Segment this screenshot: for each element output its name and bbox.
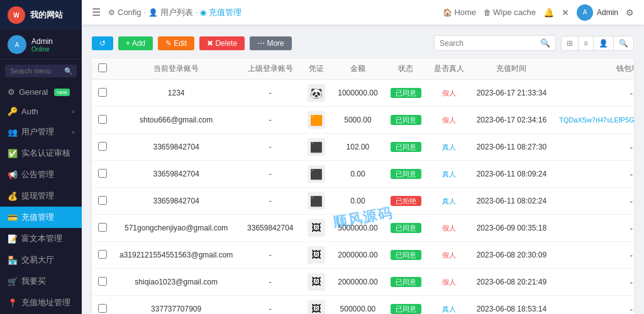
site-name: 我的网站 bbox=[30, 9, 63, 21]
sidebar-item-5[interactable]: 💰提现管理 bbox=[0, 185, 82, 207]
admin-avatar: A bbox=[577, 4, 593, 21]
view-list-btn[interactable]: ≡ bbox=[579, 36, 594, 50]
voucher-icon-6[interactable]: 🖼 bbox=[308, 246, 325, 264]
cell-amount-1: 5000.00 bbox=[331, 107, 384, 134]
is-real-badge-2: 真人 bbox=[442, 143, 456, 151]
cell-parent-0: - bbox=[239, 80, 301, 107]
cell-amount-7: 2000000.00 bbox=[331, 269, 384, 296]
is-real-badge-6: 假人 bbox=[442, 251, 456, 259]
sidebar-item-label-3: 实名认证审核 bbox=[21, 148, 70, 159]
cell-amount-5: 5000000.00 bbox=[331, 215, 384, 242]
sidebar-item-8[interactable]: 🏪交易大厅 bbox=[0, 249, 82, 271]
sidebar-item-label-4: 公告管理 bbox=[21, 169, 54, 180]
voucher-icon-3[interactable]: ⬛ bbox=[308, 165, 325, 183]
sidebar-item-1[interactable]: 🔑Auth› bbox=[0, 102, 82, 121]
sidebar-item-icon-5: 💰 bbox=[8, 192, 18, 201]
sidebar-item-0[interactable]: ⚙Generalnew bbox=[0, 82, 82, 102]
close-icon[interactable]: ✕ bbox=[562, 8, 569, 18]
cell-wallet-6: - bbox=[553, 242, 634, 269]
row-checkbox-0[interactable] bbox=[98, 88, 107, 97]
sidebar-item-icon-1: 🔑 bbox=[8, 107, 18, 116]
row-checkbox-7[interactable] bbox=[98, 277, 107, 286]
row-checkbox-1[interactable] bbox=[98, 115, 107, 124]
search-input[interactable] bbox=[435, 36, 535, 50]
sidebar-item-4[interactable]: 📢公告管理 bbox=[0, 164, 82, 185]
view-user-btn[interactable]: 👤 bbox=[594, 36, 614, 50]
cell-account-8: 337737707909 bbox=[113, 296, 239, 315]
cell-voucher-4: ⬛ bbox=[301, 188, 331, 215]
wallet-empty: - bbox=[630, 251, 633, 260]
notifications-icon[interactable]: 🔔 bbox=[543, 8, 554, 18]
status-badge-5: 已同意 bbox=[391, 223, 421, 233]
refresh-button[interactable]: ↺ bbox=[92, 36, 113, 50]
sidebar-user: A Admin Online bbox=[0, 30, 82, 60]
arrow-1: › bbox=[72, 108, 74, 115]
breadcrumb: ⚙ Config › 👤 用户列表 › ◉ 充值管理 bbox=[108, 7, 242, 18]
cell-voucher-3: ⬛ bbox=[301, 161, 331, 188]
cell-account-6: a3192121554551563@gmail.com bbox=[113, 242, 239, 269]
row-checkbox-8[interactable] bbox=[98, 304, 107, 313]
content-area: ↺ + Add ✎ Edit ✖ Delete ⋯ More 🔍 ⊞ ≡ 👤 🔍… bbox=[82, 25, 644, 314]
table-header-row: 当前登录账号 上级登录账号 凭证 金额 状态 是否真人 充值时间 钱包地址 备注… bbox=[92, 58, 634, 80]
breadcrumb-recharge[interactable]: ◉ 充值管理 bbox=[200, 7, 242, 18]
sidebar-item-7[interactable]: 📝富文本管理 bbox=[0, 228, 82, 249]
breadcrumb-sep-1: › bbox=[144, 9, 146, 16]
cell-amount-2: 102.00 bbox=[331, 134, 384, 161]
voucher-icon-7[interactable]: 🖼 bbox=[308, 273, 325, 291]
cell-status-4: 已拒绝 bbox=[384, 188, 428, 215]
cell-amount-6: 2000000.00 bbox=[331, 242, 384, 269]
voucher-icon-1[interactable]: 🟧 bbox=[308, 111, 325, 129]
status-badge-3: 已同意 bbox=[391, 169, 421, 179]
row-checkbox-5[interactable] bbox=[98, 223, 107, 232]
wallet-empty: - bbox=[630, 170, 633, 179]
row-checkbox-4[interactable] bbox=[98, 196, 107, 205]
sidebar-item-3[interactable]: ✅实名认证审核 bbox=[0, 143, 82, 164]
delete-button[interactable]: ✖ Delete bbox=[199, 36, 245, 50]
cell-status-7: 已同意 bbox=[384, 269, 428, 296]
sidebar-item-2[interactable]: 👥用户管理› bbox=[0, 121, 82, 143]
row-checkbox-3[interactable] bbox=[98, 169, 107, 178]
view-table-btn[interactable]: ⊞ bbox=[562, 36, 579, 50]
voucher-icon-8[interactable]: 🖼 bbox=[308, 300, 325, 314]
cell-wallet-1: TQDaXSw7rH7sLEfP5GMsTdVhDCzmV3s93A bbox=[553, 107, 634, 134]
voucher-icon-0[interactable]: 🐼 bbox=[308, 84, 325, 102]
col-wallet: 钱包地址 bbox=[553, 58, 634, 80]
more-button[interactable]: ⋯ More bbox=[250, 36, 292, 50]
admin-menu[interactable]: A Admin bbox=[577, 4, 618, 21]
hamburger-icon[interactable]: ☰ bbox=[92, 6, 101, 18]
cell-time-1: 2023-06-17 02:34:16 bbox=[470, 107, 553, 134]
voucher-icon-4[interactable]: ⬛ bbox=[308, 192, 325, 210]
edit-button[interactable]: ✎ Edit bbox=[158, 36, 194, 50]
cell-amount-3: 0.00 bbox=[331, 161, 384, 188]
sidebar-item-label-1: Auth bbox=[21, 107, 38, 116]
cell-account-2: 33659842704 bbox=[113, 134, 239, 161]
wallet-empty: - bbox=[630, 89, 633, 98]
select-all-checkbox[interactable] bbox=[98, 63, 107, 72]
col-account: 当前登录账号 bbox=[113, 58, 239, 80]
settings-icon[interactable]: ⚙ bbox=[626, 8, 634, 18]
sidebar-item-icon-7: 📝 bbox=[8, 234, 18, 244]
search-button[interactable]: 🔍 bbox=[535, 36, 555, 50]
cell-is-real-1: 假人 bbox=[428, 107, 470, 134]
cell-account-4: 33659842704 bbox=[113, 188, 239, 215]
add-button[interactable]: + Add bbox=[118, 36, 153, 50]
sidebar-item-10[interactable]: 📍充值地址管理 bbox=[0, 292, 82, 313]
is-real-badge-8: 真人 bbox=[442, 305, 456, 313]
sidebar-search-container: 🔍 bbox=[0, 60, 82, 82]
voucher-icon-2[interactable]: ⬛ bbox=[308, 138, 325, 156]
is-real-badge-4: 真人 bbox=[442, 197, 456, 205]
sidebar-item-9[interactable]: 🛒我要买 bbox=[0, 271, 82, 292]
wipe-cache-link[interactable]: 🗑 Wipe cache bbox=[484, 8, 536, 17]
home-link[interactable]: 🏠 Home bbox=[443, 8, 476, 17]
row-checkbox-2[interactable] bbox=[98, 142, 107, 151]
cell-time-2: 2023-06-11 08:27:30 bbox=[470, 134, 553, 161]
cell-parent-5: 33659842704 bbox=[239, 215, 301, 242]
view-search2-btn[interactable]: 🔍 bbox=[614, 36, 633, 50]
row-checkbox-6[interactable] bbox=[98, 250, 107, 259]
logo-icon: W bbox=[8, 6, 25, 24]
breadcrumb-config[interactable]: ⚙ Config bbox=[108, 8, 142, 17]
breadcrumb-users[interactable]: 👤 用户列表 bbox=[148, 7, 193, 18]
voucher-icon-5[interactable]: 🖼 bbox=[308, 219, 325, 237]
sidebar-item-6[interactable]: 💳充值管理 bbox=[0, 207, 82, 228]
sidebar-item-icon-3: ✅ bbox=[8, 149, 18, 158]
